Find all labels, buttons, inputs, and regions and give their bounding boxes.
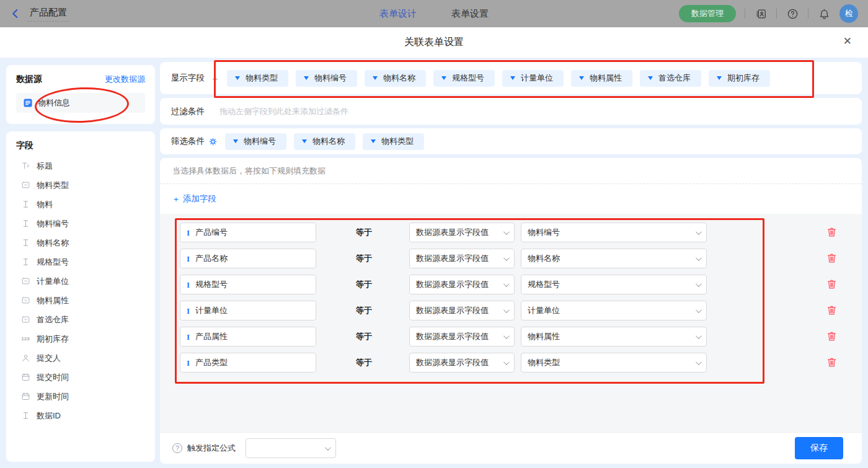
- source-field-select[interactable]: 物料类型: [521, 353, 707, 373]
- field-list-item[interactable]: 计量单位: [16, 272, 145, 291]
- field-list-item[interactable]: 首选仓库: [16, 310, 145, 329]
- chevron-down-icon: [696, 333, 702, 339]
- plus-icon: +: [174, 195, 179, 204]
- field-tag[interactable]: 物料编号: [296, 70, 357, 87]
- chevron-down-icon: [503, 307, 510, 313]
- source-field-select[interactable]: 计量单位: [521, 301, 707, 320]
- help-circle-icon[interactable]: ?: [172, 443, 182, 453]
- text-field-icon: I: [187, 359, 190, 367]
- target-field-input[interactable]: I 产品属性: [180, 327, 316, 347]
- field-tag[interactable]: 物料名称: [365, 70, 426, 87]
- field-tag[interactable]: 物料类型: [363, 133, 424, 150]
- mapping-row: I 产品属性 等于 数据源表显示字段值 物料属性: [180, 327, 862, 347]
- source-field-select[interactable]: 物料编号: [521, 223, 707, 242]
- field-tag[interactable]: 物料名称: [294, 133, 355, 150]
- field-tag[interactable]: 物料编号: [225, 133, 286, 150]
- chevron-down-icon: [503, 255, 510, 261]
- chevron-down-icon: [325, 444, 331, 451]
- source-type-select[interactable]: 数据源表显示字段值: [409, 249, 515, 268]
- mapping-row: I 产品名称 等于 数据源表显示字段值 物料名称: [180, 249, 862, 268]
- source-type-select[interactable]: 数据源表显示字段值: [409, 301, 515, 320]
- delete-row-button[interactable]: [826, 304, 838, 317]
- text-field-icon: [20, 411, 30, 421]
- screening-label: 筛选条件: [171, 136, 205, 147]
- add-display-field-icon[interactable]: +: [211, 73, 219, 84]
- gear-icon[interactable]: [208, 137, 218, 146]
- source-type-select[interactable]: 数据源表显示字段值: [409, 275, 515, 294]
- delete-row-button[interactable]: [826, 226, 838, 239]
- field-list-item[interactable]: 规格型号: [16, 252, 145, 272]
- field-tag[interactable]: 期初库存: [709, 70, 770, 87]
- tab-form-design[interactable]: 表单设计: [379, 8, 417, 20]
- user-avatar[interactable]: 检: [839, 4, 858, 23]
- help-icon[interactable]: [786, 7, 799, 20]
- dialog-titlebar: 关联表单设置 ✕: [0, 27, 868, 58]
- field-list-item[interactable]: 123 期初库存: [16, 329, 145, 348]
- dropdown-triangle-icon: [304, 76, 309, 80]
- delete-row-button[interactable]: [826, 330, 838, 343]
- operator-label: 等于: [356, 279, 374, 290]
- field-tag[interactable]: 计量单位: [502, 70, 564, 87]
- delete-row-button[interactable]: [826, 252, 838, 265]
- source-field-select[interactable]: 规格型号: [521, 275, 707, 294]
- text-field-icon: I: [187, 229, 190, 237]
- source-field-select[interactable]: 物料属性: [521, 327, 707, 347]
- dialog-title: 关联表单设置: [404, 36, 464, 49]
- chevron-left-icon: [10, 8, 21, 19]
- divider: [745, 9, 745, 19]
- target-field-input[interactable]: I 产品名称: [180, 249, 316, 268]
- field-list-item[interactable]: 物料名称: [16, 233, 145, 252]
- change-datasource-link[interactable]: 更改数据源: [105, 74, 145, 85]
- delete-row-button[interactable]: [826, 356, 838, 369]
- field-list-item[interactable]: 物料属性: [16, 291, 145, 310]
- field-list-item[interactable]: 数据ID: [16, 406, 145, 425]
- source-type-select[interactable]: 数据源表显示字段值: [409, 327, 515, 347]
- source-type-select[interactable]: 数据源表显示字段值: [409, 353, 515, 373]
- notification-bell-icon[interactable]: [817, 7, 831, 20]
- datasource-title: 数据源: [16, 74, 42, 85]
- field-list-item[interactable]: 标题: [16, 156, 145, 175]
- source-type-select[interactable]: 数据源表显示字段值: [409, 223, 515, 242]
- trigger-formula-select[interactable]: [246, 438, 336, 458]
- field-tag[interactable]: 规格型号: [433, 70, 495, 87]
- source-field-select[interactable]: 物料名称: [521, 249, 707, 268]
- contacts-icon[interactable]: [754, 7, 768, 20]
- text-field-icon: [20, 238, 30, 248]
- text-field-icon: I: [187, 333, 190, 341]
- select-field-icon: [21, 180, 30, 190]
- field-list-item[interactable]: 物料编号: [16, 214, 145, 233]
- close-icon[interactable]: ✕: [843, 36, 852, 46]
- field-list-item[interactable]: 提交人: [16, 348, 145, 368]
- chevron-down-icon: [696, 229, 702, 235]
- delete-row-button[interactable]: [826, 278, 838, 291]
- dropdown-triangle-icon: [648, 76, 653, 80]
- add-field-button[interactable]: +添加字段: [174, 193, 216, 205]
- target-field-input[interactable]: I 规格型号: [180, 275, 316, 294]
- target-field-input[interactable]: I 产品编号: [180, 223, 316, 242]
- field-tag[interactable]: 首选仓库: [640, 70, 701, 87]
- back-button[interactable]: [10, 8, 21, 19]
- select-field-icon: [20, 180, 30, 190]
- chevron-down-icon: [503, 281, 510, 287]
- filter-dropzone-placeholder[interactable]: 拖动左侧字段到此处来添加过滤条件: [219, 106, 348, 117]
- sidebar: 数据源 更改数据源 物料信息 字段 标题 物料类型 物料 物料编号: [6, 65, 155, 462]
- display-fields-label: 显示字段: [171, 73, 205, 84]
- fields-card: 字段 标题 物料类型 物料 物料编号 物料名称 规格型号 计量单位 物料属性 首…: [6, 131, 155, 462]
- field-tag[interactable]: 物料类型: [227, 70, 288, 87]
- target-field-input[interactable]: I 产品类型: [180, 353, 316, 373]
- select-field-icon: [21, 276, 30, 286]
- field-list-item[interactable]: 提交时间: [16, 368, 145, 387]
- divider: [808, 9, 808, 19]
- field-list-item[interactable]: 物料: [16, 195, 145, 214]
- target-field-input[interactable]: I 计量单位: [180, 301, 316, 320]
- data-manage-button[interactable]: 数据管理: [679, 5, 736, 22]
- field-tag[interactable]: 物料属性: [571, 70, 632, 87]
- chevron-down-icon: [503, 359, 510, 365]
- field-list-item[interactable]: 更新时间: [16, 387, 145, 406]
- save-button[interactable]: 保存: [795, 437, 843, 459]
- text-field-icon: [20, 257, 30, 267]
- trash-icon: [826, 356, 838, 368]
- tab-form-settings[interactable]: 表单设置: [451, 8, 489, 20]
- field-list-item[interactable]: 物料类型: [16, 175, 145, 195]
- datasource-selected-item[interactable]: 物料信息: [16, 93, 145, 113]
